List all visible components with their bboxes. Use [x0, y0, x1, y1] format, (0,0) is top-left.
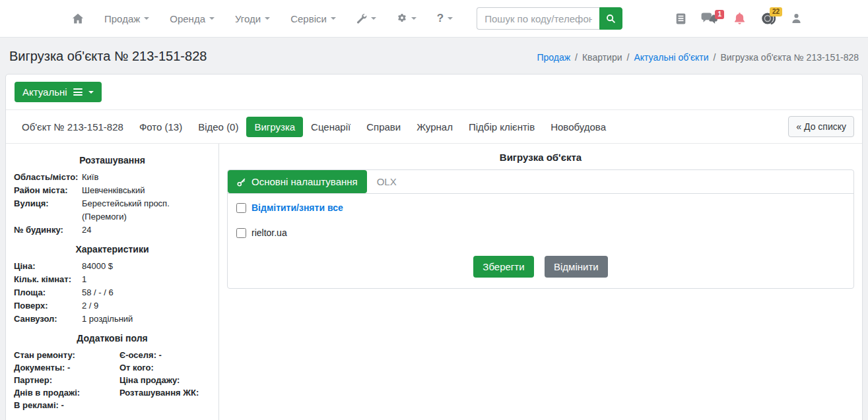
nav-menu-sale[interactable]: Продаж: [98, 9, 155, 28]
field-district: Район міста: Шевченківський: [14, 184, 211, 197]
breadcrumb-sale[interactable]: Продаж: [537, 52, 570, 63]
upload-heading: Вигрузка об'єкта: [227, 152, 854, 163]
search-group: [477, 7, 622, 30]
tab-olx[interactable]: OLX: [377, 176, 397, 187]
field-region-city: Область/місто: Київ: [14, 171, 211, 184]
home-icon[interactable]: [66, 9, 90, 28]
field-eoselya: Є-оселя: -: [119, 349, 211, 361]
platform-rieltor-label[interactable]: rieltor.ua: [251, 227, 287, 238]
wrench-menu[interactable]: [351, 9, 382, 28]
breadcrumb-apartments: Квартири: [582, 52, 622, 63]
tab-client-match[interactable]: Підбір клієнтів: [461, 117, 543, 137]
tab-tasks[interactable]: Справи: [358, 117, 409, 137]
section-title-additional: Додаткові поля: [14, 333, 211, 344]
back-to-list-button[interactable]: « До списку: [788, 116, 854, 137]
page-header: Вигрузка об'єкта № 213-151-828 Продаж / …: [0, 38, 868, 74]
object-tabs: Об'єкт № 213-151-828 Фото (13) Відео (0)…: [6, 110, 862, 144]
search-input[interactable]: [477, 7, 599, 30]
field-area: Площа: 58 / - / 6: [14, 286, 211, 299]
nav-menu-services[interactable]: Сервіси: [284, 9, 342, 28]
field-sale-price: Ціна продажу:: [119, 374, 211, 386]
object-summary-sidebar: Розташування Область/місто: Київ Район м…: [6, 144, 219, 420]
wrench-icon: [356, 13, 367, 24]
upload-tabs: Основні налаштування OLX: [228, 170, 853, 194]
chevron-down-icon: [331, 17, 336, 20]
tab-main-settings[interactable]: Основні налаштування: [228, 170, 367, 193]
field-floor: Поверх: 2 / 9: [14, 299, 211, 313]
select-all-row: Відмітити/зняти все: [236, 202, 845, 213]
additional-fields: Стан ремонту: Документы: - Партнер: Днів…: [14, 349, 211, 411]
select-all-label[interactable]: Відмітити/зняти все: [251, 202, 343, 213]
notifications-button[interactable]: [733, 12, 746, 25]
user-profile-button[interactable]: [791, 13, 802, 24]
top-navbar: Продаж Оренда Угоди Сервіси ?: [0, 0, 868, 38]
breadcrumb-separator: /: [627, 52, 630, 63]
search-icon: [606, 14, 616, 24]
chevron-down-icon: [88, 91, 94, 94]
field-house-number: № будинку: 24: [14, 224, 211, 237]
hamburger-icon: [73, 87, 83, 98]
field-renovation: Стан ремонту:: [14, 349, 119, 361]
gear-icon: [397, 13, 407, 24]
field-bathroom: Санвузол: 1 роздільний: [14, 313, 211, 326]
nav-menu-deals[interactable]: Угоди: [229, 9, 276, 28]
breadcrumb-actual-objects[interactable]: Актуальні об'єкти: [634, 52, 708, 63]
tab-upload[interactable]: Вигрузка: [246, 117, 303, 137]
section-title-location: Розташування: [14, 155, 211, 165]
search-button[interactable]: [599, 7, 622, 30]
breadcrumb-current: Вигрузка об'єкта № 213-151-828: [720, 52, 859, 63]
tab-newbuild[interactable]: Новобудова: [543, 117, 614, 137]
breadcrumb-separator: /: [575, 52, 578, 63]
object-panel: Актуальні Об'єкт № 213-151-828 Фото (13)…: [5, 74, 863, 420]
platform-row: rieltor.ua: [236, 227, 845, 238]
tab-photos[interactable]: Фото (13): [131, 117, 190, 137]
field-days-on-sale: Днів в продажі:: [14, 386, 119, 399]
address-book-button[interactable]: [676, 13, 686, 24]
coins-badge: 22: [770, 7, 782, 16]
messages-button[interactable]: 1: [701, 13, 718, 24]
platform-rieltor-checkbox[interactable]: [236, 228, 246, 238]
chevron-down-icon: [448, 17, 453, 20]
address-book-icon: [676, 13, 686, 24]
field-documents: Документы: -: [14, 361, 119, 374]
key-icon: [237, 177, 246, 187]
tab-journal[interactable]: Журнал: [409, 117, 461, 137]
chevron-down-icon: [411, 17, 417, 20]
section-title-characteristics: Характеристики: [14, 244, 211, 255]
messages-badge: 1: [715, 10, 724, 19]
question-mark-icon: ?: [437, 12, 444, 25]
settings-menu[interactable]: [391, 9, 422, 28]
tab-object[interactable]: Об'єкт № 213-151-828: [14, 117, 131, 137]
user-icon: [791, 13, 802, 24]
breadcrumb-separator: /: [714, 52, 716, 63]
select-all-checkbox[interactable]: [236, 203, 246, 213]
tab-scenarios[interactable]: Сценарії: [303, 117, 358, 137]
chevron-down-icon: [209, 17, 215, 20]
chevron-down-icon: [144, 17, 149, 20]
help-menu[interactable]: ?: [431, 8, 459, 29]
tab-video[interactable]: Відео (0): [190, 117, 246, 137]
panel-toolbar: Актуальні: [6, 75, 862, 110]
field-rooms: Кільк. кімнат: 1: [14, 273, 211, 286]
coins-button[interactable]: 22: [761, 11, 776, 26]
chevron-down-icon: [265, 17, 270, 20]
field-from-whom: От кого:: [119, 361, 211, 374]
status-dropdown-button[interactable]: Актуальні: [15, 82, 102, 102]
field-in-ads: В рекламі: -: [14, 399, 119, 411]
form-actions: Зберегти Відмінити: [236, 256, 845, 280]
breadcrumb: Продаж / Квартири / Актуальні об'єкти / …: [537, 52, 859, 63]
field-partner: Партнер:: [14, 374, 119, 386]
cancel-button[interactable]: Відмінити: [545, 256, 608, 278]
field-price: Ціна: 84000 $: [14, 260, 211, 273]
chevron-down-icon: [371, 17, 376, 20]
page-title: Вигрузка об'єкта № 213-151-828: [9, 49, 207, 64]
field-street: Вулиця: Берестейський просп. (Перемоги): [14, 197, 211, 224]
bell-icon: [733, 12, 746, 25]
save-button[interactable]: Зберегти: [473, 256, 533, 278]
field-complex-location: Розташування ЖК:: [119, 386, 211, 399]
upload-content: Вигрузка об'єкта Основні налаштування OL…: [219, 144, 862, 420]
upload-settings-panel: Основні налаштування OLX Відмітити/зняти…: [227, 169, 854, 289]
nav-menu-rent[interactable]: Оренда: [164, 9, 220, 28]
